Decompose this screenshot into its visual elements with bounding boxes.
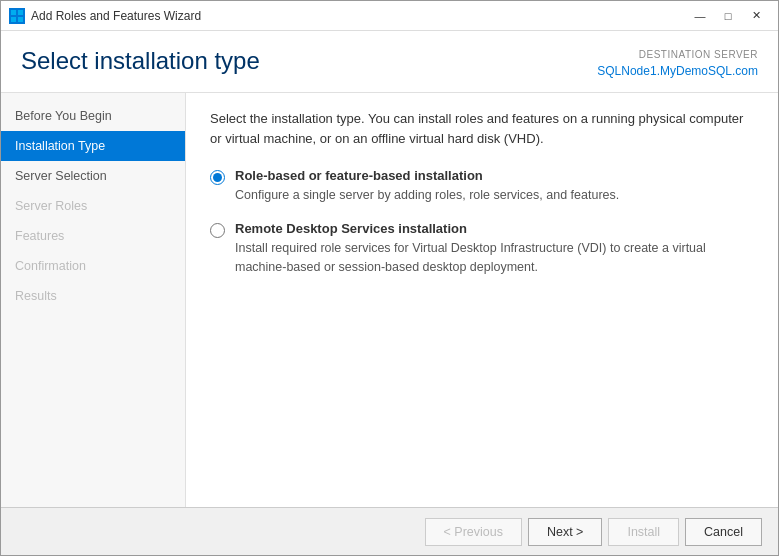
close-button[interactable]: ✕ bbox=[742, 6, 770, 26]
sidebar-item-confirmation: Confirmation bbox=[1, 251, 185, 281]
sidebar-item-installation-type[interactable]: Installation Type bbox=[1, 131, 185, 161]
main-content: Before You Begin Installation Type Serve… bbox=[1, 93, 778, 507]
install-button[interactable]: Install bbox=[608, 518, 679, 546]
page-title: Select installation type bbox=[21, 47, 260, 75]
radio-role-based[interactable] bbox=[210, 170, 225, 185]
footer: < Previous Next > Install Cancel bbox=[1, 507, 778, 555]
option-remote-desktop: Remote Desktop Services installation Ins… bbox=[210, 221, 754, 277]
description-text: Select the installation type. You can in… bbox=[210, 109, 754, 148]
option-remote-desktop-content: Remote Desktop Services installation Ins… bbox=[235, 221, 754, 277]
option-remote-desktop-title: Remote Desktop Services installation bbox=[235, 221, 754, 236]
installation-options: Role-based or feature-based installation… bbox=[210, 168, 754, 276]
option-role-based: Role-based or feature-based installation… bbox=[210, 168, 754, 205]
sidebar-item-server-selection[interactable]: Server Selection bbox=[1, 161, 185, 191]
cancel-button[interactable]: Cancel bbox=[685, 518, 762, 546]
wizard-window: Add Roles and Features Wizard — □ ✕ Sele… bbox=[0, 0, 779, 556]
destination-server-name: SQLNode1.MyDemoSQL.com bbox=[597, 62, 758, 80]
sidebar-item-server-roles: Server Roles bbox=[1, 191, 185, 221]
title-bar-left: Add Roles and Features Wizard bbox=[9, 8, 201, 24]
header-bar: Select installation type DESTINATION SER… bbox=[1, 31, 778, 93]
svg-rect-0 bbox=[11, 10, 16, 15]
option-role-based-title: Role-based or feature-based installation bbox=[235, 168, 754, 183]
svg-rect-3 bbox=[18, 17, 23, 22]
svg-rect-1 bbox=[18, 10, 23, 15]
option-role-based-content: Role-based or feature-based installation… bbox=[235, 168, 754, 205]
sidebar-item-results: Results bbox=[1, 281, 185, 311]
destination-label: DESTINATION SERVER bbox=[597, 47, 758, 62]
svg-rect-2 bbox=[11, 17, 16, 22]
title-bar: Add Roles and Features Wizard — □ ✕ bbox=[1, 1, 778, 31]
sidebar-item-features: Features bbox=[1, 221, 185, 251]
option-remote-desktop-desc: Install required role services for Virtu… bbox=[235, 239, 754, 277]
destination-server-info: DESTINATION SERVER SQLNode1.MyDemoSQL.co… bbox=[597, 47, 758, 80]
maximize-button[interactable]: □ bbox=[714, 6, 742, 26]
previous-button[interactable]: < Previous bbox=[425, 518, 522, 546]
content-area: Select the installation type. You can in… bbox=[186, 93, 778, 507]
window-title: Add Roles and Features Wizard bbox=[31, 9, 201, 23]
option-role-based-desc: Configure a single server by adding role… bbox=[235, 186, 754, 205]
next-button[interactable]: Next > bbox=[528, 518, 602, 546]
radio-remote-desktop[interactable] bbox=[210, 223, 225, 238]
sidebar-item-before-you-begin[interactable]: Before You Begin bbox=[1, 101, 185, 131]
minimize-button[interactable]: — bbox=[686, 6, 714, 26]
window-controls: — □ ✕ bbox=[686, 6, 770, 26]
sidebar: Before You Begin Installation Type Serve… bbox=[1, 93, 186, 507]
app-icon bbox=[9, 8, 25, 24]
